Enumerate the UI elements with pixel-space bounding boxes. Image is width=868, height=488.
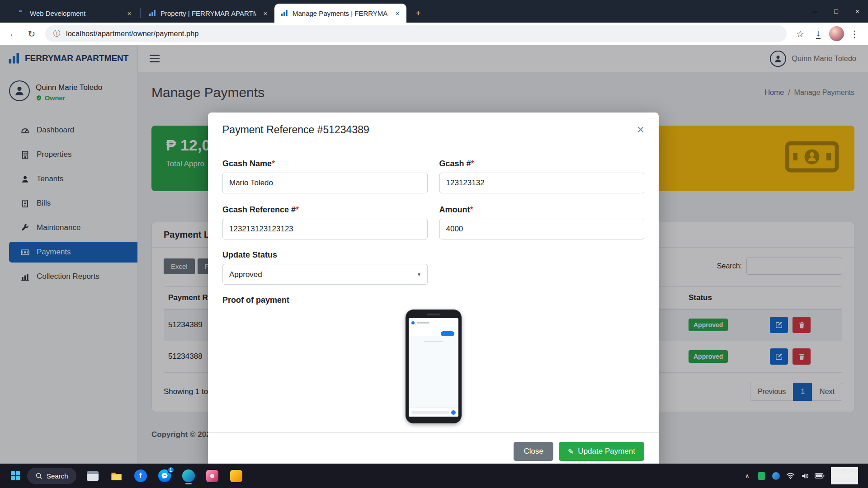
amount-label: Amount* [439,205,645,215]
gcash-name-field-group: Gcash Name* [222,159,428,193]
update-payment-button[interactable]: ✎ Update Payment [559,442,644,461]
downloads-icon[interactable]: ↓ [810,26,826,42]
browser-app-icon[interactable] [179,467,198,485]
new-tab-button[interactable]: + [411,6,425,20]
tab-separator [140,8,141,18]
editor-app-icon[interactable] [227,467,245,485]
url-text: localhost/apartment/owner/payment.php [66,29,199,38]
battery-icon[interactable] [813,468,826,483]
running-indicator [185,483,192,484]
maximize-button[interactable]: □ [826,0,847,23]
window-close-button[interactable]: × [847,0,868,23]
required-mark: * [470,205,473,214]
wifi-icon[interactable] [784,468,797,483]
photos-app-icon[interactable] [203,467,222,485]
gcash-reference-label: Gcash Reference #* [222,205,428,215]
taskbar-search-label: Search [47,472,68,480]
tray-green-app-icon[interactable] [755,468,769,483]
profile-avatar[interactable] [828,26,844,42]
facebook-icon[interactable]: f [132,467,150,485]
taskbar-app-window-icon[interactable] [84,467,102,485]
search-icon [35,472,42,479]
chart-favicon [149,9,156,17]
tab-title: Property | FERRYMAR APARTMENT [160,9,256,17]
messenger-icon[interactable]: 1 [156,467,174,485]
taskbar-search[interactable]: Search [27,468,76,484]
amount-input[interactable] [439,219,645,239]
update-status-field-group: Update Status Approved ▼ [222,250,644,285]
tab-title: Manage Payments | FERRYMAR AP [292,9,388,17]
payment-modal: Payment Reference #51234389 × Gcash Name… [208,113,659,464]
dev-tab-favicon [18,9,25,17]
proof-of-payment-image[interactable] [406,310,462,423]
tray-blue-app-icon[interactable] [769,468,783,483]
tab-close-icon[interactable]: × [393,9,402,18]
file-explorer-icon[interactable] [108,467,126,485]
modal-close-icon[interactable]: × [637,123,644,136]
browser-address-bar: ← ↻ ⓘ localhost/apartment/owner/payment.… [0,23,868,45]
clock-time: 7:55 PM [831,467,858,476]
required-mark: * [471,159,474,168]
tab-manage-payments-active[interactable]: Manage Payments | FERRYMAR AP × [274,4,406,23]
reload-icon[interactable]: ↻ [24,26,40,42]
proof-of-payment-label: Proof of payment [222,296,644,305]
pencil-icon: ✎ [568,447,574,456]
site-info-icon[interactable]: ⓘ [53,29,61,38]
taskbar-clock[interactable]: 7:55 PM 12/5/2025 [831,467,858,484]
update-status-label: Update Status [222,250,644,260]
tab-title: Web Development [30,9,120,17]
browser-tab-strip: Web Development × Property | FERRYMAR AP… [0,0,868,23]
start-button[interactable] [5,466,25,485]
gcash-number-input[interactable] [439,173,645,193]
browser-menu-icon[interactable]: ⋮ [846,26,863,42]
tray-chevron-up-icon[interactable]: ∧ [741,468,754,483]
amount-field-group: Amount* [439,205,645,239]
windows-logo-icon [11,471,20,480]
required-mark: * [272,159,275,168]
gcash-name-input[interactable] [222,173,428,193]
page-viewport: FERRYMAR APARTMENT Quinn Marie Toledo Ow… [0,45,868,464]
notification-badge: 1 [167,466,175,474]
tab-web-development[interactable]: Web Development × [12,4,138,23]
window-controls: — □ × [804,0,868,23]
gcash-number-label: Gcash #* [439,159,645,169]
required-mark: * [296,205,299,214]
gcash-number-field-group: Gcash #* [439,159,645,193]
clock-date: 12/5/2025 [831,476,858,484]
back-icon[interactable]: ← [5,26,22,42]
chart-favicon [281,9,288,17]
volume-icon[interactable] [798,468,812,483]
gcash-reference-input[interactable] [222,219,428,239]
url-bar[interactable]: ⓘ localhost/apartment/owner/payment.php [45,25,787,42]
tab-close-icon[interactable]: × [125,9,134,18]
minimize-button[interactable]: — [804,0,826,23]
update-status-select[interactable]: Approved [222,264,428,285]
desktop-screen: Web Development × Property | FERRYMAR AP… [0,0,868,488]
windows-taskbar: Search f 1 ∧ [0,464,868,488]
proof-of-payment-section: Proof of payment [222,296,644,423]
tab-property[interactable]: Property | FERRYMAR APARTMENT × [142,4,274,23]
tab-close-icon[interactable]: × [261,9,270,18]
bookmark-star-icon[interactable]: ☆ [792,26,808,42]
gcash-name-label: Gcash Name* [222,159,428,169]
modal-title: Payment Reference #51234389 [222,124,369,136]
modal-close-button[interactable]: Close [514,442,553,461]
gcash-reference-field-group: Gcash Reference #* [222,205,428,239]
